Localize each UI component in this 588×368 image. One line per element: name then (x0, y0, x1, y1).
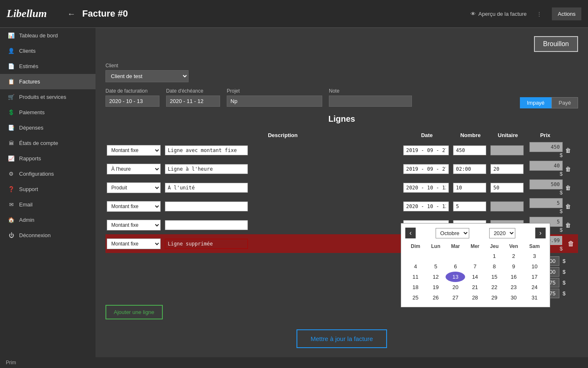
line-unitaire-input[interactable] (490, 201, 524, 211)
calendar-day-cell[interactable]: 14 (465, 272, 485, 282)
preview-button[interactable]: 👁 Aperçu de la facture (470, 11, 527, 17)
calendar-day-cell[interactable]: 30 (504, 292, 523, 303)
line-type-select[interactable]: Montant fixeÀ l'heureProduit (107, 220, 161, 231)
calendar-day-cell[interactable]: 19 (426, 282, 446, 292)
line-date-input[interactable] (403, 145, 449, 155)
calendar-day-cell[interactable]: 6 (446, 261, 465, 272)
line-description-input[interactable] (165, 145, 248, 155)
calendar-day-cell[interactable]: 7 (465, 261, 485, 272)
line-nombre-input[interactable] (453, 201, 486, 211)
line-description-input[interactable] (165, 220, 248, 230)
billing-date-input[interactable] (105, 96, 159, 107)
calendar-day-cell[interactable]: 15 (485, 272, 504, 282)
sidebar-item-expenses[interactable]: 📑 Dépenses (0, 120, 96, 135)
project-input[interactable] (227, 96, 322, 107)
line-type-select[interactable]: Montant fixeÀ l'heureProduit (107, 145, 161, 156)
calendar-day-cell[interactable]: 18 (405, 282, 426, 292)
line-unitaire-input[interactable] (490, 164, 524, 174)
line-type-select[interactable]: Montant fixeÀ l'heureProduit (107, 238, 161, 249)
calendar-day-cell[interactable]: 1 (485, 251, 504, 261)
line-date-input[interactable] (403, 183, 449, 193)
calendar-day-cell[interactable]: 20 (446, 282, 465, 292)
line-type-select[interactable]: Montant fixeÀ l'heureProduit (107, 164, 161, 174)
calendar-day-cell[interactable]: 26 (426, 292, 446, 303)
calendar-day-cell[interactable]: 3 (523, 251, 546, 261)
sidebar-item-payments[interactable]: 💲 Paiements (0, 105, 96, 120)
calendar-day-cell[interactable]: 31 (523, 292, 546, 303)
client-select[interactable]: Client de test (105, 70, 189, 82)
line-date-input[interactable] (403, 201, 449, 211)
sidebar-item-clients[interactable]: 👤 Clients (0, 43, 96, 59)
col-date-header: Date (402, 130, 452, 141)
sidebar-item-products[interactable]: 🛒 Produits et services (0, 89, 96, 105)
calendar-empty-cell (446, 251, 465, 261)
calendar-day-cell[interactable]: 16 (504, 272, 523, 282)
line-description-input[interactable] (165, 164, 248, 174)
calendar-day-cell[interactable]: 25 (405, 292, 426, 303)
sidebar-item-reports[interactable]: 📈 Rapports (0, 151, 96, 166)
calendar-prev-button[interactable]: ‹ (405, 228, 416, 238)
delete-line-button[interactable]: 🗑 (565, 222, 571, 228)
calendar-day-cell[interactable]: 5 (426, 261, 446, 272)
due-date-input[interactable] (166, 96, 220, 107)
update-invoice-button[interactable]: Mettre à jour la facture (296, 329, 387, 348)
line-description-input[interactable] (165, 201, 248, 211)
line-date-input[interactable] (403, 164, 449, 174)
calendar-month-select[interactable]: Octobre (436, 228, 469, 238)
calendar-day-cell[interactable]: 11 (405, 272, 426, 282)
sidebar-item-estimates[interactable]: 📄 Estimés (0, 59, 96, 74)
sidebar-item-config[interactable]: ⚙ Configurations (0, 166, 96, 182)
calendar-day-cell[interactable]: 17 (523, 272, 546, 282)
line-description-input[interactable] (165, 183, 248, 193)
calendar-day-cell[interactable]: 21 (465, 282, 485, 292)
line-unitaire-input[interactable] (490, 183, 524, 193)
sidebar-item-dashboard[interactable]: 📊 Tableau de bord (0, 28, 96, 43)
calendar-day-cell[interactable]: 28 (465, 292, 485, 303)
note-input[interactable] (329, 96, 412, 107)
line-nombre-input[interactable] (453, 183, 486, 193)
lines-title: Lignes (105, 114, 578, 124)
delete-line-button[interactable]: 🗑 (565, 239, 577, 248)
delete-line-button[interactable]: 🗑 (565, 147, 571, 154)
calendar-next-button[interactable]: › (535, 228, 546, 238)
calendar-year-select[interactable]: 2020 (489, 228, 515, 238)
delete-line-button[interactable]: 🗑 (565, 184, 571, 191)
topbar: Libellum ← Facture #0 👁 Aperçu de la fac… (0, 0, 588, 28)
delete-line-button[interactable]: 🗑 (565, 203, 571, 210)
line-nombre-input[interactable] (453, 145, 486, 155)
delete-line-button[interactable]: 🗑 (565, 166, 571, 172)
sidebar-item-email[interactable]: ✉ Email (0, 197, 96, 212)
paid-status-button[interactable]: Payé (551, 97, 578, 108)
sidebar-item-support[interactable]: ❓ Support (0, 182, 96, 197)
calendar-day-cell[interactable]: 10 (523, 261, 546, 272)
draft-button[interactable]: Brouillon (534, 36, 578, 52)
back-button[interactable]: ← (67, 9, 76, 19)
line-unitaire-input[interactable] (490, 145, 524, 155)
col-type-header (105, 130, 164, 141)
calendar-day-cell[interactable]: 4 (405, 261, 426, 272)
line-type-select[interactable]: Montant fixeÀ l'heureProduit (107, 201, 161, 212)
calendar-day-cell[interactable]: 29 (485, 292, 504, 303)
calendar-grid: DimLunMarMerJeuVenSam 123456789101112131… (405, 242, 546, 303)
calendar-day-cell[interactable]: 8 (485, 261, 504, 272)
client-group: Client Client de test (105, 63, 189, 82)
sidebar-item-logout[interactable]: ⏻ Déconnexion (0, 228, 96, 243)
calendar-day-cell[interactable]: 24 (523, 282, 546, 292)
add-line-button[interactable]: Ajouter une ligne (105, 305, 163, 319)
calendar-day-cell[interactable]: 12 (426, 272, 446, 282)
sidebar-item-statements[interactable]: 🏛 États de compte (0, 135, 96, 151)
calendar-day-cell[interactable]: 23 (504, 282, 523, 292)
calendar-day-cell[interactable]: 9 (504, 261, 523, 272)
line-description-input[interactable] (165, 239, 248, 249)
calendar-day-cell[interactable]: 2 (504, 251, 523, 261)
line-type-select[interactable]: Montant fixeÀ l'heureProduit (107, 182, 161, 193)
calendar-day-cell[interactable]: 27 (446, 292, 465, 303)
unpaid-status-button[interactable]: Impayé (520, 97, 552, 108)
calendar-day-cell[interactable]: 13 (446, 272, 465, 282)
calendar-day-cell[interactable]: 22 (485, 282, 504, 292)
line-nombre-input[interactable] (453, 164, 486, 174)
note-group: Note (329, 88, 412, 107)
sidebar-item-admin[interactable]: 🏠 Admin (0, 212, 96, 228)
sidebar-item-invoices[interactable]: 📋 Factures (0, 74, 96, 89)
actions-button[interactable]: Actions (552, 7, 581, 20)
